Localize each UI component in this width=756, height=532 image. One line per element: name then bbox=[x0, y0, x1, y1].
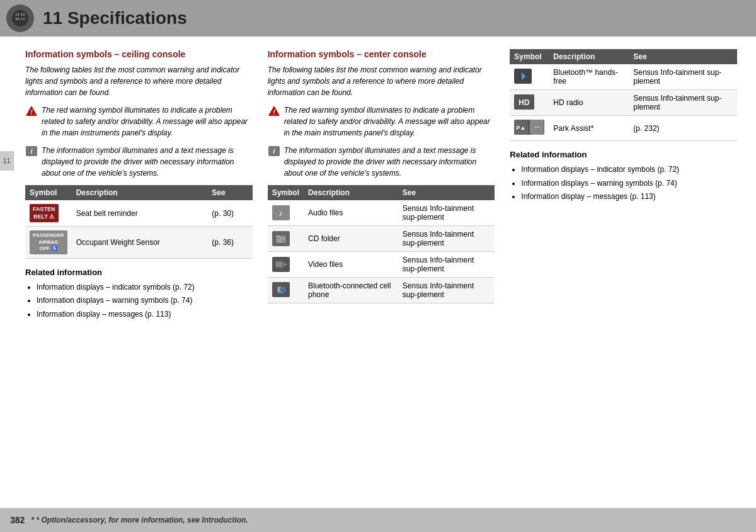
footer-note-text: * Option/accessory, for more information… bbox=[36, 516, 248, 524]
center-table-col-symbol: Symbol bbox=[268, 185, 304, 200]
symbol-cell: P▲ 〰 bbox=[510, 116, 549, 141]
right-table-col-symbol: Symbol bbox=[510, 49, 549, 64]
right-symbols-table: Symbol Description See bbox=[510, 49, 737, 141]
warning-triangle-icon: ! bbox=[25, 105, 38, 120]
page-footer: 382 * * Option/accessory, for more infor… bbox=[0, 508, 756, 532]
svg-text:!: ! bbox=[30, 108, 33, 116]
main-content: Information symbols – ceiling console Th… bbox=[0, 37, 756, 508]
description-cell: Park Assist* bbox=[549, 116, 629, 141]
description-cell: Bluetooth-connected cell phone bbox=[304, 278, 398, 303]
see-cell: Sensus Info-tainment sup-plement bbox=[398, 226, 495, 252]
table-row: FASTENBELT ⚠ Seat belt reminder (p. 30) bbox=[25, 200, 253, 227]
footer-note: * * Option/accessory, for more informati… bbox=[31, 516, 248, 524]
left-warning-block: ! The red warning symbol illuminates to … bbox=[25, 105, 253, 139]
table-row: Bluetooth™ hands-free Sensus Info-tainme… bbox=[510, 64, 737, 90]
symbol-cell: PASSENGERAIRBAG OFF ♿ bbox=[25, 227, 72, 258]
left-related-title: Related information bbox=[25, 268, 253, 277]
bt-icon bbox=[514, 69, 532, 84]
description-cell: HD radio bbox=[549, 90, 629, 116]
svg-rect-18 bbox=[276, 262, 282, 267]
cd-folder-icon bbox=[272, 231, 290, 246]
symbol-cell bbox=[268, 252, 304, 278]
symbol-cell bbox=[510, 64, 549, 90]
list-item: Information displays – indicator symbols… bbox=[37, 281, 253, 295]
see-cell: (p. 232) bbox=[629, 116, 737, 141]
right-table-col-description: Description bbox=[549, 49, 629, 64]
see-cell: Sensus Info-tainment sup-plement bbox=[398, 200, 495, 226]
center-symbols-table: Symbol Description See ♪ Audio files Sen… bbox=[268, 185, 495, 303]
table-row: PASSENGERAIRBAG OFF ♿ Occupant Weight Se… bbox=[25, 227, 253, 258]
svg-text:HD: HD bbox=[519, 98, 530, 107]
svg-marker-17 bbox=[284, 263, 287, 266]
park-assist-icon: P▲ 〰 bbox=[514, 120, 544, 135]
center-intro: The following tables list the most commo… bbox=[268, 64, 495, 98]
center-info-text: The information symbol illuminates and a… bbox=[284, 145, 495, 179]
chapter-logo: 01 10 00 11 bbox=[6, 4, 34, 32]
table-row: P▲ 〰 Park Assist* (p. 232) bbox=[510, 116, 737, 141]
table-row: Bluetooth-connected cell phone Sensus In… bbox=[268, 278, 495, 303]
table-row: HD HD radio Sensus Info-tainment sup-ple… bbox=[510, 90, 737, 116]
page-header: 01 10 00 11 11 Specifications bbox=[0, 0, 756, 37]
left-intro: The following tables list the most commo… bbox=[25, 64, 253, 98]
left-symbols-table: Symbol Description See FASTENBELT ⚠ Seat… bbox=[25, 185, 253, 259]
info-box-icon: i bbox=[25, 145, 38, 160]
symbol-cell: ♪ bbox=[268, 200, 304, 226]
table-row: Video files Sensus Info-tainment sup-ple… bbox=[268, 252, 495, 278]
left-table-col-description: Description bbox=[72, 185, 208, 200]
list-item: Information displays – indicator symbols… bbox=[521, 163, 737, 177]
see-cell: Sensus Info-tainment sup-plement bbox=[629, 64, 737, 90]
center-column: Information symbols – center console The… bbox=[268, 49, 495, 495]
description-cell: CD folder bbox=[304, 226, 398, 252]
center-table-col-see: See bbox=[398, 185, 495, 200]
center-info-block: i The information symbol illuminates and… bbox=[268, 145, 495, 179]
left-warning-text: The red warning symbol illuminates to in… bbox=[42, 105, 253, 139]
see-cell: Sensus Info-tainment sup-plement bbox=[629, 90, 737, 116]
right-related-list: Information displays – indicator symbols… bbox=[510, 163, 737, 204]
left-info-block: i The information symbol illuminates and… bbox=[25, 145, 253, 179]
page-title: 11 Specifications bbox=[43, 8, 187, 28]
left-info-text: The information symbol illuminates and a… bbox=[42, 145, 253, 179]
left-table-col-symbol: Symbol bbox=[25, 185, 72, 200]
list-item: Information display – messages (p. 113) bbox=[521, 190, 737, 204]
right-related-title: Related information bbox=[510, 150, 737, 159]
description-cell: Bluetooth™ hands-free bbox=[549, 64, 629, 90]
center-table-col-description: Description bbox=[304, 185, 398, 200]
see-cell: Sensus Info-tainment sup-plement bbox=[398, 252, 495, 278]
description-cell: Video files bbox=[304, 252, 398, 278]
seatbelt-icon: FASTENBELT ⚠ bbox=[30, 204, 59, 222]
list-item: Information displays – warning symbols (… bbox=[37, 294, 253, 308]
left-section-title: Information symbols – ceiling console bbox=[25, 49, 253, 59]
center-section-title: Information symbols – center console bbox=[268, 49, 495, 59]
symbol-cell bbox=[268, 278, 304, 303]
symbol-cell: FASTENBELT ⚠ bbox=[25, 200, 72, 227]
audio-files-icon: ♪ bbox=[272, 205, 290, 220]
see-cell: Sensus Info-tainment sup-plement bbox=[398, 278, 495, 303]
hd-radio-icon: HD bbox=[514, 94, 534, 110]
warning-triangle-icon-2: ! bbox=[268, 105, 280, 120]
logo-icon: 01 10 00 11 bbox=[11, 9, 30, 28]
see-cell: (p. 36) bbox=[207, 227, 252, 258]
description-cell: Audio files bbox=[304, 200, 398, 226]
list-item: Information display – messages (p. 113) bbox=[37, 308, 253, 322]
table-row: CD folder Sensus Info-tainment sup-pleme… bbox=[268, 226, 495, 252]
see-cell: (p. 30) bbox=[207, 200, 252, 227]
right-column: Symbol Description See bbox=[510, 49, 737, 495]
svg-text:〰: 〰 bbox=[534, 125, 540, 131]
center-warning-block: ! The red warning symbol illuminates to … bbox=[268, 105, 495, 139]
left-table-col-see: See bbox=[207, 185, 252, 200]
list-item: Information displays – warning symbols (… bbox=[521, 177, 737, 191]
table-row: ♪ Audio files Sensus Info-tainment sup-p… bbox=[268, 200, 495, 226]
airbag-icon: PASSENGERAIRBAG OFF ♿ bbox=[30, 230, 67, 254]
info-box-icon-2: i bbox=[268, 145, 280, 160]
chapter-tab: 11 bbox=[0, 151, 14, 171]
svg-text:P▲: P▲ bbox=[517, 125, 526, 131]
description-cell: Occupant Weight Sensor bbox=[72, 227, 208, 258]
symbol-cell bbox=[268, 226, 304, 252]
bluetooth-phone-icon bbox=[272, 282, 290, 297]
page-number: 382 bbox=[10, 515, 25, 525]
left-related-list: Information displays – indicator symbols… bbox=[25, 281, 253, 322]
left-column: Information symbols – ceiling console Th… bbox=[25, 49, 253, 495]
symbol-cell: HD bbox=[510, 90, 549, 116]
asterisk: * bbox=[31, 516, 34, 524]
video-files-icon bbox=[272, 257, 290, 272]
